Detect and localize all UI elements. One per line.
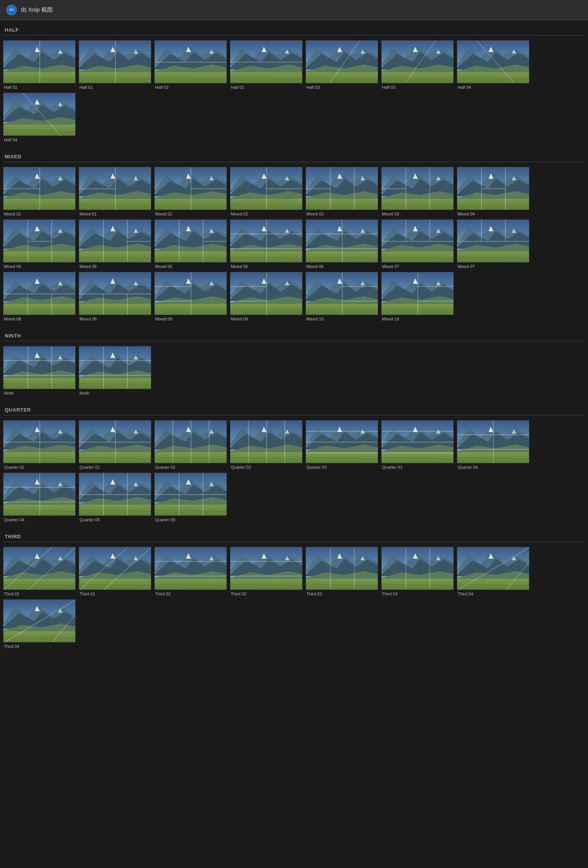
list-item[interactable]: Mixed 10 [306, 272, 378, 321]
list-item[interactable]: Ninth [3, 346, 76, 395]
thumb-label: Third 03 [381, 592, 454, 596]
thumb-label: Half 02 [230, 85, 302, 90]
list-item[interactable]: Half 01 [3, 40, 76, 90]
thumbnail [154, 547, 227, 590]
list-item[interactable]: Mixed 02 [230, 167, 302, 216]
thumb-label: Mixed 04 [3, 264, 76, 269]
list-item[interactable]: Mixed 04 [457, 167, 529, 216]
list-item[interactable]: Mixed 07 [381, 219, 454, 269]
list-item[interactable]: Third 03 [381, 547, 454, 596]
thumb-label: Mixed 08 [79, 317, 151, 321]
thumbnail [3, 599, 76, 643]
thumbnail [230, 272, 302, 315]
list-item[interactable]: Quarter 04 [3, 473, 76, 522]
list-item[interactable]: Mixed 10 [381, 272, 454, 321]
list-item[interactable]: Quarter 04 [457, 420, 529, 470]
list-item[interactable]: Quarter 03 [381, 420, 454, 470]
list-item[interactable]: Mixed 05 [154, 219, 227, 269]
list-item[interactable]: Mixed 09 [230, 272, 302, 321]
list-item[interactable]: Quarter 02 [230, 420, 302, 470]
thumbnail [230, 167, 302, 210]
list-item[interactable]: Quarter 02 [154, 420, 227, 470]
thumb-label: Mixed 09 [230, 317, 302, 321]
thumb-label: Quarter 01 [79, 465, 151, 470]
list-item[interactable]: Mixed 08 [3, 272, 76, 321]
thumb-label: Half 01 [3, 85, 76, 90]
thumbnail [381, 272, 454, 315]
thumbnail [79, 40, 151, 83]
list-item[interactable]: Mixed 01 [79, 167, 151, 216]
thumb-label: Mixed 04 [457, 212, 529, 216]
section-mixed: Mixed Mixed 01 [3, 151, 585, 321]
section-header-ninth: Ninth [3, 331, 585, 341]
list-item[interactable]: Quarter 05 [154, 473, 227, 522]
thumbnail [3, 420, 76, 463]
list-item[interactable]: Mixed 03 [306, 167, 378, 216]
list-item[interactable]: Quarter 01 [79, 420, 151, 470]
thumb-label: Third 01 [79, 592, 151, 596]
thumb-label: Half 03 [306, 85, 378, 90]
thumb-label: Mixed 05 [154, 264, 227, 269]
list-item[interactable]: Mixed 09 [154, 272, 227, 321]
list-item[interactable]: Mixed 06 [306, 219, 378, 269]
list-item[interactable]: Third 03 [306, 547, 378, 596]
app-title: 由 Xnip 截图 [21, 6, 53, 14]
section-ninth: Ninth [3, 331, 585, 395]
section-half: HALF Half 01 [3, 25, 585, 142]
thumbnail [457, 219, 529, 263]
list-item[interactable]: Third 04 [457, 547, 529, 596]
svg-text:✂: ✂ [9, 7, 14, 13]
list-item[interactable]: Quarter 01 [3, 420, 76, 470]
list-item[interactable]: Third 02 [230, 547, 302, 596]
list-item[interactable]: Mixed 08 [79, 272, 151, 321]
thumb-label: Half 04 [3, 137, 76, 142]
list-item[interactable]: Third 04 [3, 599, 76, 649]
list-item[interactable]: Quarter 03 [306, 420, 378, 470]
thumbnail [3, 219, 76, 263]
list-item[interactable]: Half 04 [3, 93, 76, 142]
thumbnail [154, 167, 227, 210]
list-item[interactable]: Mixed 03 [381, 167, 454, 216]
thumbnail [230, 547, 302, 590]
grid-ninth: Ninth [3, 346, 585, 395]
section-header-mixed: Mixed [3, 151, 585, 162]
list-item[interactable]: Mixed 06 [230, 219, 302, 269]
thumbnail [79, 547, 151, 590]
thumbnail [306, 219, 378, 263]
list-item[interactable]: Third 01 [3, 547, 76, 596]
thumbnail [3, 40, 76, 83]
list-item[interactable]: Mixed 05 [79, 219, 151, 269]
list-item[interactable]: Third 01 [79, 547, 151, 596]
thumbnail [79, 420, 151, 463]
thumb-label: Quarter 04 [3, 517, 76, 522]
thumb-label: Half 01 [79, 85, 151, 90]
grid-quarter: Quarter 01 Quarter 01 [3, 420, 585, 522]
thumb-label: Mixed 06 [230, 264, 302, 269]
list-item[interactable]: Mixed 02 [154, 167, 227, 216]
thumbnail [3, 473, 76, 516]
thumb-label: Mixed 07 [457, 264, 529, 269]
thumb-label: Mixed 02 [230, 212, 302, 216]
app-icon: ✂ [6, 5, 17, 15]
thumbnail [457, 420, 529, 463]
list-item[interactable]: Half 04 [457, 40, 529, 90]
thumb-label: Ninth [3, 391, 76, 395]
list-item[interactable]: Half 03 [381, 40, 454, 90]
thumb-label: Third 03 [306, 592, 378, 596]
list-item[interactable]: Half 01 [79, 40, 151, 90]
list-item[interactable]: Half 02 [230, 40, 302, 90]
thumb-label: Quarter 05 [154, 517, 227, 522]
thumb-label: Half 02 [154, 85, 227, 90]
thumbnail [79, 272, 151, 315]
thumbnail [154, 473, 227, 516]
list-item[interactable]: Third 02 [154, 547, 227, 596]
list-item[interactable]: Mixed 07 [457, 219, 529, 269]
list-item[interactable]: Half 02 [154, 40, 227, 90]
list-item[interactable]: Mixed 04 [3, 219, 76, 269]
thumb-label: Mixed 09 [154, 317, 227, 321]
list-item[interactable]: Ninth [79, 346, 151, 395]
list-item[interactable]: Quarter 05 [79, 473, 151, 522]
thumb-label: Quarter 04 [457, 465, 529, 470]
list-item[interactable]: Mixed 01 [3, 167, 76, 216]
list-item[interactable]: Half 03 [306, 40, 378, 90]
